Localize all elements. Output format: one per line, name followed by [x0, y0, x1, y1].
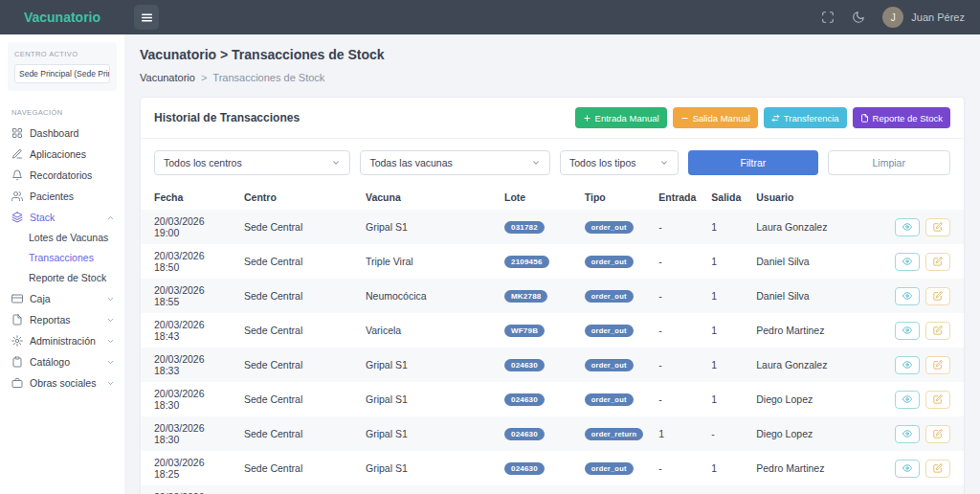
minus-icon: [680, 114, 689, 123]
navbar-right: J Juan Pérez: [821, 7, 980, 28]
sidebar: CENTRO ACTIVO Sede Principal (Sede Princ…: [0, 34, 124, 494]
table-row: 20/03/2026 18:33Sede CentralGripal S1024…: [141, 348, 964, 382]
sidebar-item-administracion[interactable]: Administración: [0, 330, 124, 351]
cell-vacuna: Triple Viral: [358, 244, 497, 279]
edit-button[interactable]: [925, 322, 950, 340]
sidebar-item-caja[interactable]: Caja: [0, 288, 124, 309]
edit-button[interactable]: [925, 460, 950, 478]
fullscreen-icon[interactable]: [821, 11, 835, 24]
cell-entrada: -: [651, 279, 703, 313]
sidebar-item-dashboard[interactable]: Dashboard: [0, 123, 124, 144]
view-button[interactable]: [895, 391, 920, 409]
lote-badge: 031782: [504, 221, 545, 234]
clear-button[interactable]: Limpiar: [828, 150, 951, 175]
cell-fecha: 20/03/2026 18:33: [141, 348, 236, 382]
sidebar-toggle-button[interactable]: [134, 5, 159, 30]
sidebar-item-label: Catálogo: [30, 356, 70, 368]
chevron-down-icon: [106, 358, 115, 367]
row-actions: [879, 460, 956, 478]
sidebar-item-reportas[interactable]: Reportas: [0, 309, 124, 330]
action-button-label: Entrada Manual: [595, 113, 659, 124]
sidebar-item-reporte-de-stock[interactable]: Reporte de Stock: [0, 268, 124, 288]
tipo-badge: order_out: [585, 290, 634, 303]
sidebar-item-obras-sociales[interactable]: Obras sociales: [0, 372, 124, 393]
breadcrumb-root[interactable]: Vacunatorio: [140, 72, 195, 83]
gear-icon: [11, 335, 23, 347]
cell-centro: Sede Central: [236, 279, 358, 313]
tipo-badge: order_out: [585, 256, 634, 268]
tipo-filter-select[interactable]: Todos los tipos: [560, 150, 679, 175]
eye-icon: [902, 429, 912, 438]
view-button[interactable]: [895, 425, 920, 443]
cell-centro: Sede Central: [236, 210, 358, 244]
dark-mode-moon-icon[interactable]: [852, 11, 865, 24]
page-title: Vacunatorio > Transacciones de Stock: [140, 47, 965, 62]
active-center-select[interactable]: Sede Principal (Sede Princ.: [14, 64, 110, 83]
lote-badge: 2109456: [504, 256, 549, 268]
edit-button[interactable]: [925, 218, 950, 236]
cell-fecha: 20/03/2026 18:30: [141, 382, 236, 416]
cell-fecha: 20/03/2026 18:55: [141, 279, 236, 313]
sidebar-item-recordatorios[interactable]: Recordatorios: [0, 165, 124, 186]
avatar: J: [882, 7, 903, 28]
cell-entrada: -: [651, 451, 703, 485]
edit-icon: [933, 257, 943, 266]
edit-icon: [933, 360, 943, 370]
cell-fecha: 20/03/2026 18:21: [141, 485, 236, 494]
user-name: Juan Pérez: [911, 11, 965, 23]
select-value: Todos los tipos: [569, 157, 635, 168]
view-button[interactable]: [895, 253, 920, 271]
col-header-centro: Centro: [236, 185, 358, 210]
row-actions: [879, 425, 956, 443]
sidebar-item-transacciones[interactable]: Transacciones: [0, 248, 124, 268]
edit-button[interactable]: [925, 356, 950, 374]
app-logo[interactable]: Vacunatorio: [0, 10, 124, 25]
cell-centro: Sede Central: [236, 485, 358, 494]
active-center-label: CENTRO ACTIVO: [14, 50, 110, 58]
sidebar-item-aplicaciones[interactable]: Aplicaciones: [0, 144, 124, 165]
edit-button[interactable]: [925, 391, 950, 409]
file-icon: [11, 314, 23, 326]
edit-button[interactable]: [925, 425, 950, 443]
user-menu[interactable]: J Juan Pérez: [882, 7, 965, 28]
sidebar-item-lotes-de-vacunas[interactable]: Lotes de Vacunas: [0, 228, 124, 248]
cell-fecha: 20/03/2026 18:25: [141, 451, 236, 485]
cell-salida: 1: [703, 382, 748, 416]
reporte-de-stock-button[interactable]: Reporte de Stock: [853, 107, 950, 128]
cell-vacuna: Triple Viral: [358, 485, 497, 494]
cell-salida: 1: [703, 210, 748, 244]
edit-button[interactable]: [925, 287, 950, 305]
view-button[interactable]: [895, 356, 920, 374]
cell-vacuna: Varicela: [358, 313, 497, 348]
col-header-actions: [871, 185, 964, 210]
transferencia-button[interactable]: Transferencia: [764, 107, 847, 128]
edit-icon: [933, 326, 943, 335]
vacuna-filter-select[interactable]: Todas las vacunas: [360, 150, 550, 175]
sidebar-item-catalogo[interactable]: Catálogo: [0, 351, 124, 372]
cell-centro: Sede Central: [236, 244, 358, 279]
table-row: 20/03/2026 18:25Sede CentralGripal S1024…: [141, 451, 964, 485]
plus-icon: [583, 114, 591, 123]
applications-icon: [11, 148, 23, 160]
view-button[interactable]: [895, 322, 920, 340]
view-button[interactable]: [895, 287, 920, 305]
cell-fecha: 20/03/2026 19:00: [141, 210, 236, 244]
table-row: 20/03/2026 18:21Sede CentralTriple Viral…: [141, 485, 964, 494]
centro-filter-select[interactable]: Todos los centros: [154, 150, 350, 175]
stack-icon: [11, 212, 23, 223]
table-row: 20/03/2026 18:55Sede CentralNeumocócicaM…: [141, 279, 964, 313]
edit-icon: [933, 463, 943, 473]
row-actions: [879, 391, 956, 409]
view-button[interactable]: [895, 460, 920, 478]
view-button[interactable]: [895, 218, 920, 236]
salida-manual-button[interactable]: Salida Manual: [673, 107, 758, 128]
eye-icon: [902, 326, 912, 335]
filter-button[interactable]: Filtrar: [688, 150, 817, 175]
sidebar-item-pacientes[interactable]: Pacientes: [0, 186, 124, 207]
lote-badge: 024630: [504, 393, 545, 406]
entrada-manual-button[interactable]: Entrada Manual: [575, 107, 667, 128]
cell-vacuna: Gripal S1: [358, 451, 497, 485]
edit-button[interactable]: [925, 253, 950, 271]
sidebar-item-stack[interactable]: Stack: [0, 207, 124, 228]
edit-icon: [933, 291, 943, 301]
